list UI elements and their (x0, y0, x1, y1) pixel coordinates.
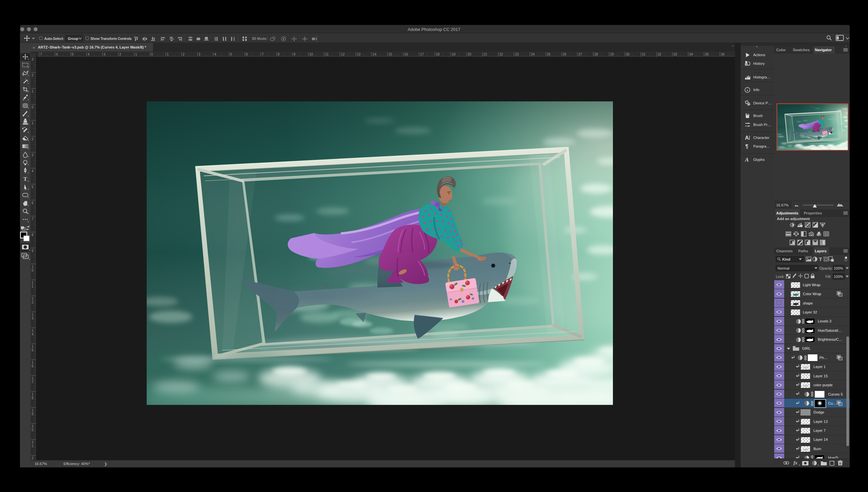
svg-text:fx: fx (794, 461, 797, 465)
svg-text:1: 1 (167, 52, 169, 56)
svg-text:1: 1 (31, 361, 33, 364)
svg-text:A: A (745, 157, 749, 163)
svg-text:3: 3 (103, 52, 105, 56)
svg-text:18: 18 (436, 52, 440, 56)
svg-text:2: 2 (119, 52, 121, 56)
svg-text:5: 5 (31, 185, 33, 189)
svg-text:2: 2 (31, 441, 33, 444)
svg-text:1: 1 (31, 329, 33, 333)
svg-text:30: 30 (626, 52, 630, 56)
svg-text:2: 2 (31, 300, 33, 304)
svg-text:9: 9 (31, 412, 33, 416)
svg-text:31: 31 (642, 52, 646, 56)
svg-text:3: 3 (31, 317, 33, 320)
svg-text:14: 14 (372, 52, 377, 56)
svg-text:1: 1 (31, 121, 33, 125)
svg-text:29: 29 (610, 52, 614, 56)
svg-text:1: 1 (31, 377, 33, 380)
svg-text:9: 9 (31, 249, 33, 253)
svg-text:27: 27 (578, 52, 582, 56)
svg-text:T: T (23, 176, 27, 182)
svg-text:11: 11 (325, 52, 329, 56)
svg-text:1: 1 (31, 409, 33, 412)
svg-text:33: 33 (673, 52, 677, 56)
svg-text:16: 16 (404, 52, 408, 56)
svg-text:25: 25 (547, 52, 551, 56)
svg-text:0: 0 (31, 105, 33, 109)
svg-text:17: 17 (420, 52, 424, 56)
svg-text:22: 22 (499, 52, 503, 56)
svg-text:6: 6 (31, 201, 33, 205)
svg-text:6: 6 (31, 364, 33, 368)
svg-text:12: 12 (341, 52, 345, 56)
svg-text:26: 26 (563, 52, 567, 56)
svg-text:1: 1 (135, 52, 137, 56)
svg-text:1: 1 (31, 313, 33, 317)
svg-text:3: 3 (31, 57, 33, 61)
svg-text:4: 4 (31, 333, 33, 336)
svg-text:19: 19 (452, 52, 456, 56)
svg-text:2: 2 (31, 457, 33, 460)
svg-text:20: 20 (467, 52, 472, 56)
svg-text:10: 10 (309, 52, 313, 56)
svg-text:7: 7 (40, 52, 42, 56)
svg-text:2: 2 (31, 73, 33, 77)
svg-text:5: 5 (72, 52, 74, 56)
svg-text:1: 1 (31, 285, 33, 288)
svg-text:6: 6 (56, 52, 58, 56)
svg-text:4: 4 (31, 169, 33, 173)
svg-text:1: 1 (31, 393, 33, 396)
svg-text:9: 9 (293, 52, 295, 56)
svg-text:21: 21 (484, 52, 487, 56)
svg-text:1: 1 (31, 345, 33, 348)
svg-text:4: 4 (88, 52, 90, 56)
svg-text:23: 23 (515, 52, 519, 56)
svg-text:24: 24 (531, 52, 535, 56)
svg-text:8: 8 (31, 233, 33, 237)
svg-text:2: 2 (31, 137, 33, 141)
svg-text:7: 7 (31, 217, 33, 221)
svg-text:A: A (745, 135, 749, 141)
svg-text:4: 4 (214, 52, 216, 56)
svg-text:1: 1 (31, 281, 33, 285)
svg-text:13: 13 (357, 52, 361, 56)
svg-text:7: 7 (262, 52, 264, 56)
svg-text:3: 3 (198, 52, 200, 56)
svg-text:8: 8 (278, 52, 280, 56)
svg-text:7: 7 (31, 380, 33, 384)
svg-text:2: 2 (183, 52, 185, 56)
svg-text:8: 8 (31, 396, 33, 400)
svg-text:36: 36 (721, 52, 725, 56)
svg-text:T: T (819, 256, 822, 262)
svg-text:6: 6 (246, 52, 248, 56)
svg-text:1: 1 (31, 90, 33, 93)
svg-text:1: 1 (31, 444, 33, 448)
svg-text:3: 3 (31, 153, 33, 157)
svg-text:2: 2 (31, 424, 33, 428)
svg-text:34: 34 (689, 52, 693, 56)
svg-text:¶: ¶ (745, 144, 748, 149)
svg-text:35: 35 (705, 52, 709, 56)
svg-text:1: 1 (31, 297, 33, 300)
svg-text:32: 32 (657, 52, 661, 56)
svg-text:1: 1 (31, 265, 33, 269)
svg-text:0: 0 (31, 428, 33, 432)
svg-text:5: 5 (230, 52, 232, 56)
svg-text:0: 0 (31, 269, 33, 272)
svg-text:15: 15 (388, 52, 392, 56)
svg-text:5: 5 (31, 348, 33, 352)
svg-text:0: 0 (151, 52, 153, 56)
svg-text:28: 28 (594, 52, 598, 56)
